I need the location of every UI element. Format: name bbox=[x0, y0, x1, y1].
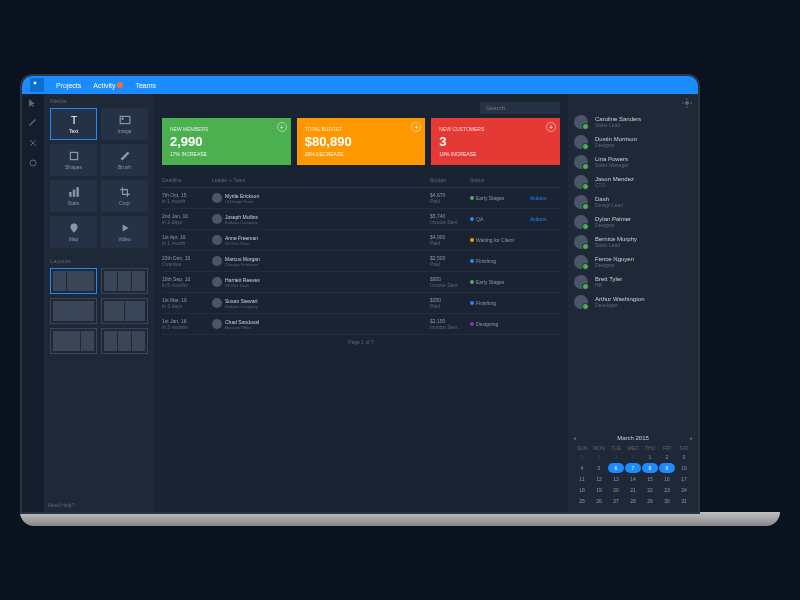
team-member[interactable]: Jason MendezCTO bbox=[574, 172, 692, 192]
svg-text:T: T bbox=[70, 114, 77, 126]
cal-day[interactable]: 24 bbox=[676, 485, 692, 495]
cal-day[interactable]: 4 bbox=[574, 463, 590, 473]
team-member[interactable]: Dylan PalmerDesigner bbox=[574, 212, 692, 232]
stat-card: +TOTAL BUDGET$80,89028% DECREASE bbox=[297, 118, 426, 165]
team-member[interactable]: Dustin MorrisonDesigner bbox=[574, 132, 692, 152]
cal-day[interactable]: 1 bbox=[642, 452, 658, 462]
cut-icon[interactable] bbox=[28, 138, 38, 148]
cal-day[interactable]: 4 bbox=[625, 452, 641, 462]
cal-day[interactable]: 5 bbox=[591, 463, 607, 473]
layout-option[interactable] bbox=[50, 328, 97, 354]
tool-stats[interactable]: Stats bbox=[50, 180, 97, 212]
cal-day[interactable]: 2 bbox=[659, 452, 675, 462]
cal-next[interactable]: › bbox=[690, 435, 692, 441]
notification-badge bbox=[117, 82, 123, 88]
avatar bbox=[212, 235, 222, 245]
team-member[interactable]: Fence NguyenDesigner bbox=[574, 252, 692, 272]
tool-video[interactable]: Video bbox=[101, 216, 148, 248]
team-member[interactable]: Caroline SandersSales Lead bbox=[574, 112, 692, 132]
table-row[interactable]: 7th Oct, 15in 1 monthMyrtle EricksonUI D… bbox=[162, 188, 560, 209]
team-member[interactable]: Lina PowersSales Manager bbox=[574, 152, 692, 172]
avatar bbox=[574, 235, 588, 249]
cal-day[interactable]: 7 bbox=[625, 463, 641, 473]
cal-day[interactable]: 2 bbox=[591, 452, 607, 462]
table-row[interactable]: 23th Dec, 15OverdueMarcus MorganChicago … bbox=[162, 251, 560, 272]
nav-activity[interactable]: Activity bbox=[93, 82, 123, 89]
cal-day[interactable]: 12 bbox=[591, 474, 607, 484]
cal-day[interactable]: 20 bbox=[608, 485, 624, 495]
svg-point-0 bbox=[30, 160, 36, 166]
tool-image[interactable]: Image bbox=[101, 108, 148, 140]
cal-day[interactable]: 26 bbox=[591, 496, 607, 506]
col-status[interactable]: Status bbox=[470, 177, 530, 183]
gear-icon[interactable] bbox=[682, 98, 692, 108]
cal-day[interactable]: 31 bbox=[676, 496, 692, 506]
tool-brush[interactable]: Brush bbox=[101, 144, 148, 176]
layout-option[interactable] bbox=[101, 328, 148, 354]
cal-day[interactable]: 18 bbox=[574, 485, 590, 495]
layout-option[interactable] bbox=[101, 298, 148, 324]
cal-title: March 2015 bbox=[617, 435, 649, 441]
table-row[interactable]: 1st Mar, 16in 3 daysSusan StewartBalkans… bbox=[162, 293, 560, 314]
cal-day[interactable]: 3 bbox=[608, 452, 624, 462]
cal-day[interactable]: 11 bbox=[574, 474, 590, 484]
app-logo[interactable] bbox=[30, 78, 44, 92]
cal-day[interactable]: 25 bbox=[574, 496, 590, 506]
search-input[interactable] bbox=[480, 102, 560, 114]
table-pager[interactable]: Page 1 of 7 bbox=[162, 335, 560, 349]
cal-day[interactable]: 16 bbox=[659, 474, 675, 484]
nav-projects[interactable]: Projects bbox=[56, 82, 81, 89]
tool-text[interactable]: TText bbox=[50, 108, 97, 140]
cal-day[interactable]: 13 bbox=[608, 474, 624, 484]
palette-section-label: Media bbox=[50, 98, 148, 104]
tool-shapes[interactable]: Shapes bbox=[50, 144, 97, 176]
nav-teams[interactable]: Teams bbox=[135, 82, 156, 89]
table-row[interactable]: 1st Apr, 16in 1 monthAnne FreemanNY Dev … bbox=[162, 230, 560, 251]
svg-rect-2 bbox=[120, 116, 130, 123]
tool-map[interactable]: Map bbox=[50, 216, 97, 248]
layout-option[interactable] bbox=[50, 298, 97, 324]
cal-day[interactable]: 15 bbox=[642, 474, 658, 484]
avatar bbox=[574, 135, 588, 149]
team-member[interactable]: Brett TylerHR bbox=[574, 272, 692, 292]
team-member[interactable]: DashDesign Lead bbox=[574, 192, 692, 212]
cal-dow: WED bbox=[625, 445, 641, 451]
cal-day[interactable]: 1 bbox=[574, 452, 590, 462]
help-link[interactable]: Need Help? bbox=[48, 502, 74, 508]
table-row[interactable]: 10th Sep, 16in 5 monthsHarriett ReevesSF… bbox=[162, 272, 560, 293]
cal-day[interactable]: 9 bbox=[659, 463, 675, 473]
rotate-icon[interactable] bbox=[28, 158, 38, 168]
cal-day[interactable]: 30 bbox=[659, 496, 675, 506]
cal-day[interactable]: 8 bbox=[642, 463, 658, 473]
cal-day[interactable]: 19 bbox=[591, 485, 607, 495]
cal-dow: TUE bbox=[608, 445, 624, 451]
cursor-icon[interactable] bbox=[28, 98, 38, 108]
layout-option[interactable] bbox=[101, 268, 148, 294]
cal-day[interactable]: 21 bbox=[625, 485, 641, 495]
layout-option[interactable] bbox=[50, 268, 97, 294]
cal-day[interactable]: 23 bbox=[659, 485, 675, 495]
cal-dow: SUN bbox=[574, 445, 590, 451]
cal-day[interactable]: 10 bbox=[676, 463, 692, 473]
cal-prev[interactable]: ‹ bbox=[574, 435, 576, 441]
cal-day[interactable]: 17 bbox=[676, 474, 692, 484]
cal-day[interactable]: 29 bbox=[642, 496, 658, 506]
col-leader[interactable]: Leader + Team bbox=[212, 177, 430, 183]
cal-day[interactable]: 6 bbox=[608, 463, 624, 473]
tool-crop[interactable]: Crop bbox=[101, 180, 148, 212]
projects-table: Deadline Leader + Team Budget Status 7th… bbox=[154, 173, 568, 349]
svg-rect-5 bbox=[69, 192, 71, 197]
pen-icon[interactable] bbox=[28, 118, 38, 128]
cal-day[interactable]: 14 bbox=[625, 474, 641, 484]
cal-day[interactable]: 27 bbox=[608, 496, 624, 506]
cal-dow: MON bbox=[591, 445, 607, 451]
col-budget[interactable]: Budget bbox=[430, 177, 470, 183]
team-member[interactable]: Bernice MurphySales Lead bbox=[574, 232, 692, 252]
table-row[interactable]: 2nd Jan, 16in 2 daysJoseph MullinsBalkan… bbox=[162, 209, 560, 230]
cal-day[interactable]: 22 bbox=[642, 485, 658, 495]
cal-day[interactable]: 28 bbox=[625, 496, 641, 506]
cal-day[interactable]: 3 bbox=[676, 452, 692, 462]
col-deadline[interactable]: Deadline bbox=[162, 177, 212, 183]
table-row[interactable]: 1st Jan, 16in 2 monthsChad SandovalMosco… bbox=[162, 314, 560, 335]
team-member[interactable]: Arthur WashingtonDeveloper bbox=[574, 292, 692, 312]
